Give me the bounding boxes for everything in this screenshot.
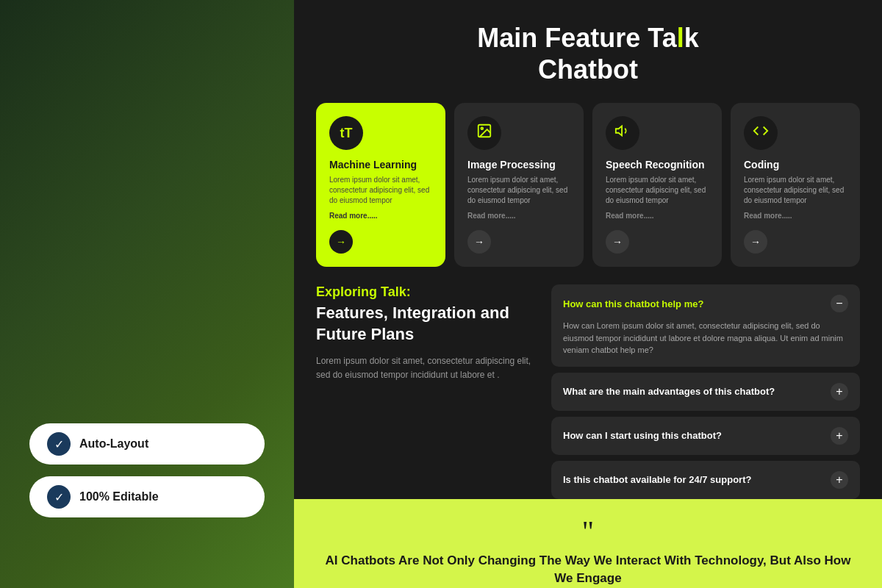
title-highlight: l: [677, 23, 684, 53]
card-title-ip: Image Processing: [467, 159, 570, 171]
svg-point-1: [481, 128, 483, 130]
feature-cards-section: tT Machine Learning Lorem ipsum dolor si…: [294, 103, 882, 267]
card-desc-coding: Lorem ipsum dolor sit amet, consectetur …: [744, 175, 847, 206]
card-arrow-ip[interactable]: →: [467, 230, 491, 254]
faq-answer-1: How can Lorem ipsum dolor sit amet, cons…: [563, 320, 848, 356]
quote-text: AI Chatbots Are Not Only Changing The Wa…: [316, 552, 860, 587]
quote-section: " AI Chatbots Are Not Only Changing The …: [294, 499, 882, 588]
right-panel: Main Feature Talk Chatbot tT Machine Lea…: [294, 0, 882, 588]
card-desc-ml: Lorem ipsum dolor sit amet, consectetur …: [329, 175, 432, 206]
faq-toggle-3[interactable]: +: [831, 427, 848, 445]
editable-label: 100% Editable: [79, 490, 159, 503]
faq-item-2[interactable]: What are the main advantages of this cha…: [551, 373, 860, 411]
faq-header-1: How can this chatbot help me? −: [563, 295, 848, 312]
card-title-ml: Machine Learning: [329, 159, 432, 171]
card-arrow-coding[interactable]: →: [744, 230, 767, 254]
card-desc-sr: Lorem ipsum dolor sit amet, consectetur …: [606, 175, 709, 206]
machine-learning-icon: tT: [340, 126, 353, 141]
faq-section: How can this chatbot help me? − How can …: [551, 284, 860, 499]
section-label: Exploring Talk:: [316, 284, 537, 300]
editable-check-icon: ✓: [47, 485, 71, 509]
title-chatbot: Chatbot: [538, 54, 638, 85]
exploring-talk-content: Exploring Talk: Features, Integration an…: [316, 284, 537, 499]
faq-question-2: What are the main advantages of this cha…: [563, 386, 831, 397]
card-icon-wrap-coding: [744, 116, 778, 150]
card-coding[interactable]: Coding Lorem ipsum dolor sit amet, conse…: [731, 103, 860, 267]
image-processing-icon: [476, 123, 492, 143]
card-title-sr: Speech Recognition: [606, 159, 709, 171]
card-speech-recognition[interactable]: Speech Recognition Lorem ipsum dolor sit…: [592, 103, 722, 267]
auto-layout-label: Auto-Layout: [79, 437, 148, 451]
faq-toggle-4[interactable]: +: [831, 471, 848, 489]
left-panel: ✓ Auto-Layout ✓ 100% Editable: [0, 0, 294, 588]
card-desc-ip: Lorem ipsum dolor sit amet, consectetur …: [467, 175, 570, 206]
faq-header-2: What are the main advantages of this cha…: [563, 383, 848, 401]
header: Main Feature Talk Chatbot: [294, 0, 882, 103]
faq-item-1[interactable]: How can this chatbot help me? − How can …: [551, 284, 860, 367]
section-heading: Features, Integration and Future Plans: [316, 303, 537, 345]
faq-header-4: Is this chatbot available for 24/7 suppo…: [563, 471, 848, 489]
card-machine-learning[interactable]: tT Machine Learning Lorem ipsum dolor si…: [316, 103, 445, 267]
faq-item-4[interactable]: Is this chatbot available for 24/7 suppo…: [551, 461, 860, 499]
faq-question-4: Is this chatbot available for 24/7 suppo…: [563, 474, 831, 485]
faq-toggle-2[interactable]: +: [831, 383, 848, 401]
speech-recognition-icon: [614, 123, 631, 143]
middle-section: Exploring Talk: Features, Integration an…: [294, 284, 882, 499]
card-arrow-ml[interactable]: →: [329, 230, 353, 254]
faq-toggle-1[interactable]: −: [831, 295, 848, 312]
card-icon-wrap-sr: [606, 116, 639, 150]
card-readmore-ip: Read more.....: [467, 212, 570, 220]
section-paragraph: Lorem ipsum dolor sit amet, consectetur …: [316, 354, 537, 382]
page-title: Main Feature Talk Chatbot: [309, 22, 867, 85]
coding-icon: [753, 123, 769, 143]
card-readmore-ml: Read more.....: [329, 212, 432, 220]
card-icon-wrap-ml: tT: [329, 116, 363, 150]
quote-marks: ": [582, 520, 594, 543]
card-title-coding: Coding: [744, 159, 847, 171]
svg-marker-2: [616, 126, 622, 136]
card-readmore-sr: Read more.....: [606, 212, 709, 220]
auto-layout-badge[interactable]: ✓ Auto-Layout: [29, 423, 265, 465]
card-readmore-coding: Read more.....: [744, 212, 847, 220]
faq-question-3: How can I start using this chatbot?: [563, 430, 831, 441]
card-image-processing[interactable]: Image Processing Lorem ipsum dolor sit a…: [454, 103, 584, 267]
faq-question-1: How can this chatbot help me?: [563, 298, 831, 309]
editable-badge[interactable]: ✓ 100% Editable: [29, 476, 265, 517]
faq-header-3: How can I start using this chatbot? +: [563, 427, 848, 445]
card-arrow-sr[interactable]: →: [606, 230, 629, 254]
card-icon-wrap-ip: [467, 116, 501, 150]
faq-item-3[interactable]: How can I start using this chatbot? +: [551, 417, 860, 455]
auto-layout-check-icon: ✓: [47, 432, 71, 456]
